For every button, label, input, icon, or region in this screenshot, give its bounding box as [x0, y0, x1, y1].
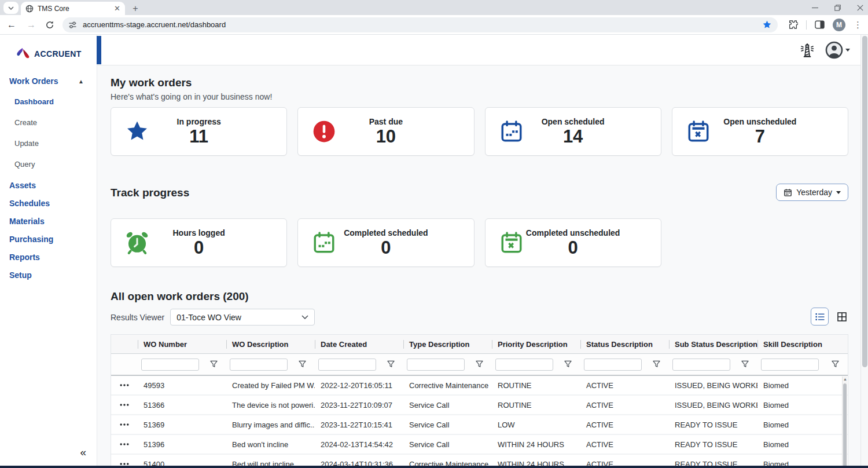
collapse-caret-icon: ▲ [78, 78, 84, 85]
my-work-orders-subtitle: Here's what's going on in your business … [111, 92, 272, 101]
window-close-icon[interactable] [857, 5, 863, 11]
filter-input-date-created[interactable] [318, 359, 376, 371]
row-actions-icon[interactable] [111, 376, 138, 394]
filter-funnel-icon[interactable] [564, 360, 572, 368]
sidebar-item-schedules[interactable]: Schedules [9, 199, 97, 208]
results-viewer-select[interactable]: 01-Toce WO View [170, 309, 315, 326]
grid-view-toggle[interactable] [836, 310, 848, 323]
table-scrollbar[interactable]: ▲ [842, 376, 847, 468]
open-work-orders-title: All open work orders (200) [111, 290, 249, 303]
filter-input-status[interactable] [584, 359, 642, 371]
table-row[interactable]: 49593 Created by Failed PM W... 2022-12-… [111, 376, 848, 396]
extensions-icon[interactable] [788, 20, 798, 30]
back-button[interactable]: ← [6, 20, 17, 30]
browser-menu-icon[interactable]: ⋮ [854, 20, 862, 30]
sidebar-item-setup[interactable]: Setup [9, 270, 97, 280]
filter-input-sub-status[interactable] [672, 359, 730, 371]
card-open-scheduled[interactable]: Open scheduled 14 [485, 107, 661, 156]
user-menu-caret-icon [845, 49, 850, 52]
window-restore-icon[interactable] [834, 5, 841, 11]
period-caret-icon [836, 191, 841, 194]
sidebar-item-materials[interactable]: Materials [9, 217, 97, 226]
refresh-icon[interactable] [45, 20, 54, 30]
filter-funnel-icon[interactable] [387, 360, 395, 368]
forward-button[interactable]: → [25, 20, 37, 30]
page-scrollbar[interactable] [860, 35, 868, 468]
filter-funnel-icon[interactable] [298, 360, 307, 368]
table-row[interactable]: 51366 The device is not poweri... 2023-1… [111, 396, 848, 415]
filter-funnel-icon[interactable] [652, 360, 661, 368]
sidebar-item-dashboard[interactable]: Dashboard [9, 97, 97, 106]
browser-profile-avatar[interactable]: M [833, 19, 845, 31]
bookmark-star-icon[interactable] [762, 20, 772, 30]
track-progress-cards: Hours logged 0 Completed scheduled 0 C [111, 218, 848, 267]
card-completed-unscheduled[interactable]: Completed unscheduled 0 [485, 218, 661, 267]
sidebar-item-update[interactable]: Update [9, 139, 97, 148]
card-past-due[interactable]: Past due 10 [297, 107, 474, 156]
scroll-up-arrow-icon[interactable]: ▲ [843, 377, 847, 381]
filter-funnel-icon[interactable] [741, 360, 749, 368]
sidebar-collapse-button[interactable]: « [80, 446, 86, 459]
window-minimize-icon[interactable] [812, 5, 818, 11]
main-content: My work orders Here's what's going on in… [97, 65, 860, 468]
tab-search-button[interactable] [3, 2, 19, 14]
tab-title: TMS Core [38, 5, 110, 13]
sidebar-item-purchasing[interactable]: Purchasing [9, 235, 97, 244]
table-row[interactable]: 51396 Bed won't incline 2024-02-13T14:54… [111, 435, 848, 455]
card-open-unscheduled[interactable]: Open unscheduled 7 [672, 107, 848, 156]
list-view-toggle[interactable] [811, 308, 829, 326]
filter-input-wo-number[interactable] [141, 359, 199, 371]
card-in-progress[interactable]: In progress 11 [111, 107, 287, 156]
site-settings-icon[interactable] [68, 21, 77, 29]
sidebar-item-assets[interactable]: Assets [9, 181, 97, 190]
filter-input-priority[interactable] [495, 359, 553, 371]
user-menu[interactable] [825, 41, 850, 59]
row-actions-icon[interactable] [111, 415, 138, 434]
period-dropdown-button[interactable]: Yesterday [776, 184, 848, 201]
filter-funnel-icon[interactable] [831, 360, 840, 368]
browser-tab[interactable]: TMS Core ✕ [21, 2, 125, 15]
toolbar-divider [806, 20, 807, 30]
column-header[interactable]: Type Description [403, 335, 492, 353]
tab-close-icon[interactable]: ✕ [114, 5, 120, 12]
results-viewer-label: Results Viewer [111, 313, 164, 322]
sidebar-item-create[interactable]: Create [9, 118, 97, 127]
row-actions-icon[interactable] [111, 396, 138, 414]
column-header[interactable]: Status Description [580, 335, 669, 353]
track-progress-title: Track progress [111, 187, 189, 199]
new-tab-button[interactable]: + [130, 3, 141, 14]
my-work-orders-title: My work orders [111, 76, 192, 89]
table-scrollbar-thumb[interactable] [843, 383, 847, 468]
filter-input-type[interactable] [407, 359, 465, 371]
column-header[interactable]: Date Created [315, 335, 403, 353]
column-header[interactable]: Sub Status Description [669, 335, 757, 353]
url-text: accruenttms-stage.accruent.net/dashboard [83, 20, 756, 29]
open-work-orders-count: (200) [223, 290, 248, 302]
side-panel-icon[interactable] [815, 20, 825, 29]
filter-funnel-icon[interactable] [475, 360, 484, 368]
app-window: TMS Core ✕ + ← → accruenttms-stage.accru… [0, 0, 868, 468]
sidebar-item-work-orders[interactable]: Work Orders ▲ [9, 76, 97, 86]
url-bar[interactable]: accruenttms-stage.accruent.net/dashboard [62, 17, 778, 32]
table-row[interactable]: 51369 Blurry images and diffic... 2023-1… [111, 415, 848, 435]
filter-input-skill[interactable] [761, 359, 819, 371]
row-actions-icon[interactable] [111, 435, 138, 454]
chevron-down-icon [8, 6, 14, 10]
sidebar-item-reports[interactable]: Reports [9, 253, 97, 262]
sidebar-item-query[interactable]: Query [9, 160, 97, 169]
browser-tab-strip: TMS Core ✕ + [0, 0, 868, 15]
column-header[interactable]: WO Number [138, 335, 226, 353]
filter-funnel-icon[interactable] [209, 360, 218, 368]
accruent-logo-icon [16, 47, 30, 60]
chevron-down-icon [301, 315, 308, 319]
card-completed-scheduled[interactable]: Completed scheduled 0 [297, 218, 474, 267]
page-scrollbar-thumb[interactable] [862, 36, 867, 367]
lighthouse-icon[interactable] [800, 42, 815, 58]
calendar-small-icon [784, 188, 792, 197]
card-hours-logged[interactable]: Hours logged 0 [111, 218, 287, 267]
column-header[interactable]: Skill Description [757, 335, 848, 353]
filter-input-wo-description[interactable] [230, 359, 288, 371]
column-header[interactable]: WO Description [226, 335, 315, 353]
grid-view-icon [837, 312, 847, 321]
column-header[interactable]: Priority Description [492, 335, 580, 353]
